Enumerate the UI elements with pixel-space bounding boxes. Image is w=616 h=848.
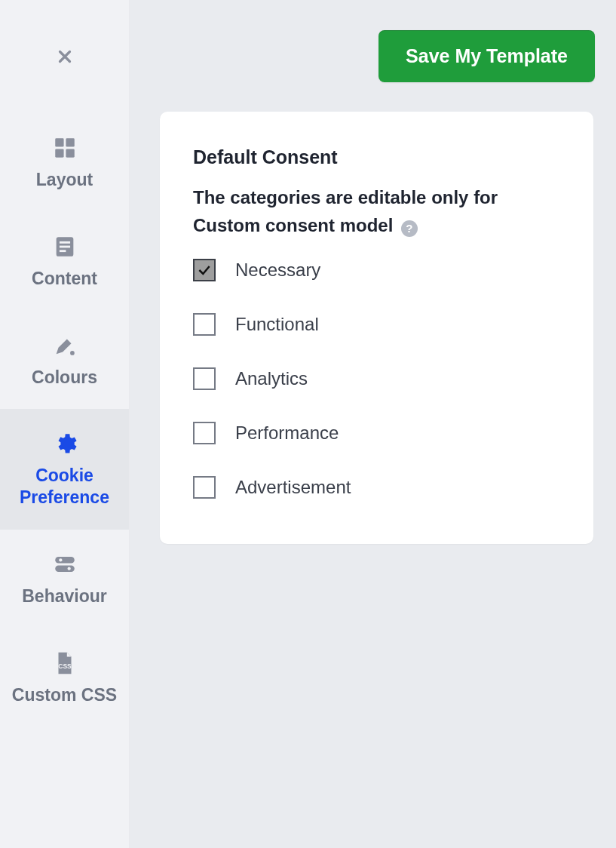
close-icon bbox=[55, 47, 75, 66]
main-area: Save My Template Default Consent The cat… bbox=[130, 0, 616, 848]
option-performance: Performance bbox=[193, 422, 560, 444]
checkbox-functional[interactable] bbox=[193, 313, 216, 336]
help-icon[interactable]: ? bbox=[401, 220, 418, 237]
checkbox-advertisement[interactable] bbox=[193, 476, 216, 499]
sidebar-item-label: Cookie Preference bbox=[8, 465, 121, 508]
svg-rect-5 bbox=[59, 241, 69, 244]
option-advertisement: Advertisement bbox=[193, 476, 560, 499]
svg-rect-11 bbox=[55, 565, 75, 572]
svg-rect-2 bbox=[55, 149, 63, 157]
checkbox-analytics[interactable] bbox=[193, 367, 216, 390]
svg-point-12 bbox=[67, 567, 70, 570]
sidebar-item-layout[interactable]: Layout bbox=[0, 113, 129, 212]
option-label: Functional bbox=[235, 314, 319, 335]
close-button[interactable] bbox=[50, 41, 80, 72]
sidebar-item-custom-css[interactable]: CSS Custom CSS bbox=[0, 628, 129, 727]
svg-rect-0 bbox=[55, 138, 63, 146]
svg-point-10 bbox=[59, 558, 62, 561]
option-necessary: Necessary bbox=[193, 259, 560, 281]
check-icon bbox=[197, 263, 212, 278]
sidebar-item-label: Layout bbox=[36, 169, 93, 191]
sidebar-top bbox=[0, 0, 129, 113]
sidebar: Layout Content Colours Cookie Preference… bbox=[0, 0, 130, 848]
sidebar-item-label: Custom CSS bbox=[12, 684, 117, 706]
content-icon bbox=[52, 233, 78, 260]
save-template-button[interactable]: Save My Template bbox=[378, 30, 595, 82]
behaviour-icon bbox=[52, 551, 78, 578]
option-label: Necessary bbox=[235, 260, 320, 281]
default-consent-panel: Default Consent The categories are edita… bbox=[160, 112, 593, 544]
sidebar-item-label: Colours bbox=[32, 367, 97, 389]
sidebar-item-colours[interactable]: Colours bbox=[0, 311, 129, 410]
option-functional: Functional bbox=[193, 313, 560, 336]
option-label: Performance bbox=[235, 422, 339, 444]
sidebar-item-content[interactable]: Content bbox=[0, 212, 129, 311]
panel-title: Default Consent bbox=[193, 146, 560, 168]
svg-rect-7 bbox=[59, 250, 66, 252]
sidebar-item-label: Behaviour bbox=[22, 585, 106, 607]
svg-text:CSS: CSS bbox=[58, 662, 72, 670]
option-analytics: Analytics bbox=[193, 367, 560, 390]
layout-icon bbox=[52, 134, 78, 161]
svg-point-8 bbox=[70, 351, 75, 355]
option-label: Analytics bbox=[235, 368, 308, 389]
panel-subtitle: The categories are editable only for Cus… bbox=[193, 187, 498, 235]
panel-subtitle-wrap: The categories are editable only for Cus… bbox=[193, 183, 560, 239]
consent-options: Necessary Functional Analytics Performan… bbox=[193, 259, 560, 499]
checkbox-performance[interactable] bbox=[193, 422, 216, 444]
css-icon: CSS bbox=[52, 650, 78, 677]
svg-rect-9 bbox=[55, 557, 75, 564]
colours-icon bbox=[52, 332, 78, 359]
checkbox-necessary[interactable] bbox=[193, 259, 216, 281]
svg-rect-6 bbox=[59, 245, 69, 247]
option-label: Advertisement bbox=[235, 477, 351, 498]
sidebar-item-cookie-preference[interactable]: Cookie Preference bbox=[0, 409, 129, 530]
svg-rect-1 bbox=[66, 138, 74, 146]
svg-rect-3 bbox=[66, 149, 74, 157]
sidebar-item-behaviour[interactable]: Behaviour bbox=[0, 530, 129, 628]
gear-icon bbox=[52, 430, 78, 457]
sidebar-item-label: Content bbox=[32, 268, 97, 290]
